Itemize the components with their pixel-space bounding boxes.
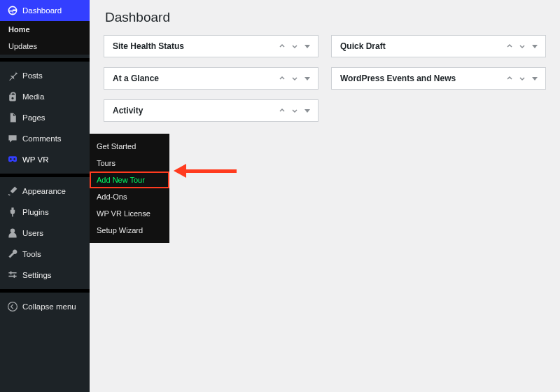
postbox-at-a-glance: At a Glance <box>104 67 318 90</box>
sidebar-label: Posts <box>22 71 43 80</box>
move-down-button[interactable] <box>519 75 526 82</box>
move-up-button[interactable] <box>506 43 513 50</box>
sidebar-item-posts[interactable]: Posts <box>0 65 90 86</box>
toggle-panel-button[interactable] <box>304 43 311 50</box>
sidebar-item-media[interactable]: Media <box>0 86 90 107</box>
move-up-button[interactable] <box>279 75 286 82</box>
sidebar-label: Users <box>22 229 43 237</box>
sidebar-label: Pages <box>22 113 46 122</box>
sidebar-item-wpvr[interactable]: WP VR <box>0 149 90 170</box>
move-down-button[interactable] <box>291 107 298 114</box>
sidebar-item-tools[interactable]: Tools <box>0 244 90 265</box>
flyout-get-started[interactable]: Get Started <box>90 138 169 155</box>
dashboard-column-left: Site Health Status At a Glance <box>104 35 318 122</box>
sidebar-item-settings[interactable]: Settings <box>0 265 90 286</box>
wrench-icon <box>7 248 18 260</box>
postbox-title: Quick Draft <box>340 41 386 51</box>
sidebar-sub-home[interactable]: Home <box>0 21 90 38</box>
sidebar-label: Media <box>22 92 44 101</box>
sidebar-label: Collapse menu <box>22 302 76 311</box>
toggle-panel-button[interactable] <box>531 43 538 50</box>
postbox-quick-draft: Quick Draft <box>331 35 546 57</box>
svg-point-0 <box>8 302 18 312</box>
flyout-license[interactable]: WP VR License <box>90 205 169 222</box>
sidebar-item-pages[interactable]: Pages <box>0 107 90 128</box>
sidebar-label: Settings <box>22 271 52 279</box>
postbox-title: Site Health Status <box>113 41 184 51</box>
postbox-events-news: WordPress Events and News <box>331 67 546 90</box>
sidebar-item-appearance[interactable]: Appearance <box>0 181 90 202</box>
sidebar-label: Plugins <box>22 208 49 216</box>
admin-sidebar: Dashboard Home Updates Posts Media Pages <box>0 0 90 392</box>
sliders-icon <box>7 270 18 281</box>
page-title: Dashboard <box>105 10 546 25</box>
flyout-setup-wizard[interactable]: Setup Wizard <box>90 222 169 239</box>
plug-icon <box>7 206 18 218</box>
move-down-button[interactable] <box>291 43 298 50</box>
sidebar-dashboard-submenu: Home Updates <box>0 21 90 55</box>
brush-icon <box>7 186 18 197</box>
comments-icon <box>7 133 18 144</box>
sidebar-separator <box>0 58 90 62</box>
move-down-button[interactable] <box>291 75 298 82</box>
dashboard-column-right: Quick Draft WordPress Events and News <box>331 35 546 122</box>
toggle-panel-button[interactable] <box>304 107 311 114</box>
flyout-add-new-tour[interactable]: Add New Tour <box>90 172 169 188</box>
sidebar-collapse-menu[interactable]: Collapse menu <box>0 296 90 317</box>
move-up-button[interactable] <box>279 107 286 114</box>
toggle-panel-button[interactable] <box>304 75 311 82</box>
sidebar-label: Appearance <box>22 187 66 195</box>
sidebar-item-plugins[interactable]: Plugins <box>0 202 90 223</box>
collapse-icon <box>7 301 18 312</box>
postbox-activity: Activity <box>104 99 318 122</box>
sidebar-label: Comments <box>22 134 62 143</box>
sidebar-item-users[interactable]: Users <box>0 223 90 244</box>
pin-icon <box>7 70 18 81</box>
pages-icon <box>7 112 18 123</box>
sidebar-item-dashboard[interactable]: Dashboard <box>0 0 90 21</box>
postbox-title: WordPress Events and News <box>340 74 456 83</box>
user-icon <box>7 227 18 239</box>
postbox-title: Activity <box>113 106 143 115</box>
wpvr-flyout-submenu: Get Started Tours Add New Tour Add-Ons W… <box>90 134 169 243</box>
move-down-button[interactable] <box>519 43 526 50</box>
sidebar-separator <box>0 289 90 293</box>
postbox-site-health: Site Health Status <box>104 35 318 57</box>
postbox-title: At a Glance <box>113 74 159 83</box>
toggle-panel-button[interactable] <box>531 75 538 82</box>
sidebar-label: Tools <box>22 250 41 258</box>
sidebar-label: WP VR <box>22 155 49 164</box>
move-up-button[interactable] <box>506 75 513 82</box>
move-up-button[interactable] <box>279 43 286 50</box>
sidebar-item-comments[interactable]: Comments <box>0 128 90 149</box>
media-icon <box>7 91 18 102</box>
sidebar-label: Dashboard <box>22 6 62 15</box>
sidebar-separator <box>0 174 90 177</box>
flyout-tours[interactable]: Tours <box>90 155 169 172</box>
flyout-add-ons[interactable]: Add-Ons <box>90 188 169 205</box>
dashboard-icon <box>7 5 18 16</box>
vr-icon <box>7 154 18 165</box>
sidebar-sub-updates[interactable]: Updates <box>0 38 90 55</box>
